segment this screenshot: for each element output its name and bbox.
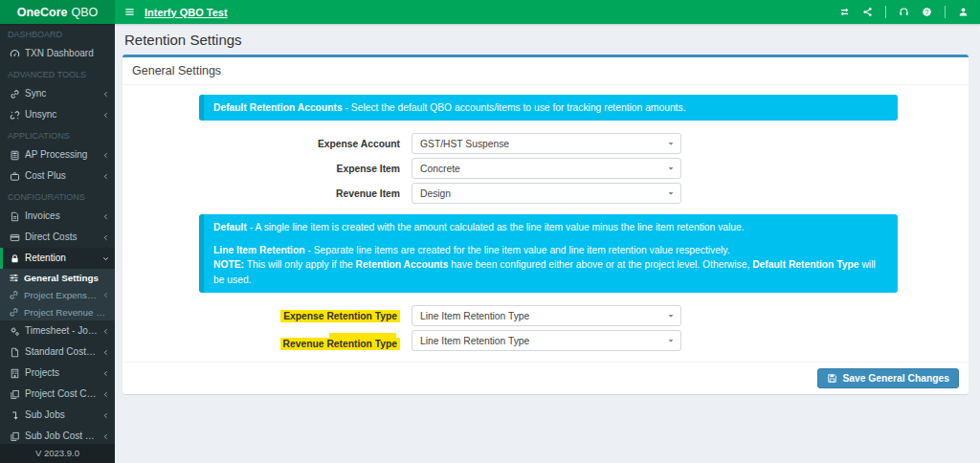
field-label-revenue-retention-type: Revenue Retention Type: [132, 333, 412, 349]
sidebar-item-standard-cost-codes[interactable]: Standard Cost Codes: [0, 342, 115, 363]
exchange-button[interactable]: [839, 7, 850, 17]
selected-value: Design: [420, 188, 451, 199]
highlight-mark: [329, 333, 396, 338]
sidebar-item-label: Projects: [25, 367, 98, 379]
card-title: General Settings: [122, 57, 969, 85]
caret-down-icon: [666, 311, 676, 320]
headset-button[interactable]: [899, 7, 909, 17]
chevron-left-icon: [102, 234, 109, 241]
sidebar-section-header: DASHBOARD: [0, 24, 115, 43]
select-expense-item[interactable]: Concrete: [412, 158, 681, 179]
callout-text: This will only apply if the: [244, 259, 356, 270]
sidebar-item-retention[interactable]: Retention: [0, 248, 115, 269]
sidebar-item-timesheet-job-costings[interactable]: Timesheet - Job Costings: [0, 320, 115, 342]
gauge-icon: [10, 49, 20, 59]
sidebar-item-label: Sub Job Cost Codes: [25, 430, 98, 442]
briefcase-icon: [10, 171, 20, 182]
callout-text-line: Default - A single line item is created …: [213, 220, 888, 234]
chevron-left-icon: [102, 292, 109, 298]
lock-icon: [10, 254, 20, 264]
chevron-left-icon: [102, 412, 109, 419]
separator: [945, 6, 946, 18]
form-row: Expense AccountGST/HST Suspense: [132, 133, 959, 154]
app-logo[interactable]: OneCore QBO: [0, 0, 115, 24]
chevron-left-icon: [102, 391, 109, 398]
separator: [885, 6, 886, 18]
field-label-expense-retention-type: Expense Retention Type: [132, 311, 412, 321]
callout-text: - Select the default QBO accounts/items …: [343, 102, 686, 113]
sidebar-submenu: General SettingsProject Expense Retentio…: [0, 269, 115, 320]
sidebar-item-label: Sub Jobs: [25, 409, 98, 421]
top-navbar: OneCore QBO Interfy QBO Test: [0, 0, 980, 24]
app-version: V 2023.9.0: [0, 444, 115, 463]
sidebar-item-ap-processing[interactable]: AP Processing: [0, 144, 115, 165]
sidebar-item-label: General Settings: [24, 273, 109, 283]
help-icon: [922, 7, 932, 17]
sidebar-section-header: CONFIGURATIONS: [0, 187, 115, 206]
user-button[interactable]: [958, 7, 969, 17]
sidebar-item-invoices[interactable]: Invoices: [0, 206, 115, 227]
sidebar-toggle-button[interactable]: [115, 0, 145, 24]
sidebar: DASHBOARDTXN DashboardADVANCED TOOLSSync…: [0, 24, 115, 463]
selected-value: GST/HST Suspense: [420, 139, 509, 149]
save-button-label: Save General Changes: [842, 373, 949, 384]
file-icon: [10, 347, 20, 358]
callout-text: - A single line item is created with the…: [247, 222, 745, 232]
content-header: Retention Settings: [115, 24, 980, 55]
field-label-text: Expense Retention Type: [280, 310, 400, 322]
sidebar-item-sub-jobs[interactable]: Sub Jobs: [0, 405, 115, 426]
share-nodes-button[interactable]: [862, 7, 873, 17]
sidebar-item-label: Direct Costs: [25, 232, 98, 243]
sidebar-subitem-project-expense-retention[interactable]: Project Expense Retention: [0, 286, 115, 303]
menu-icon: [124, 7, 135, 17]
sidebar-item-unsync[interactable]: Unsync: [0, 104, 115, 125]
sidebar-item-txn-dashboard[interactable]: TXN Dashboard: [0, 43, 115, 64]
select-revenue-item[interactable]: Design: [412, 183, 681, 204]
sidebar-item-label: Project Cost Codes: [25, 388, 98, 400]
save-general-changes-button[interactable]: Save General Changes: [817, 368, 959, 388]
chevron-left-icon: [102, 370, 109, 377]
retention-type-fields: Expense Retention TypeLine Item Retentio…: [132, 305, 959, 351]
sidebar-subitem-general-settings[interactable]: General Settings: [0, 269, 115, 286]
selected-value: Concrete: [420, 164, 460, 174]
sidebar-item-sync[interactable]: Sync: [0, 83, 115, 104]
callout-bold-text: NOTE:: [213, 259, 244, 270]
building-icon: [10, 368, 20, 379]
general-settings-card: General Settings Default Retention Accou…: [122, 55, 969, 394]
caret-down-icon: [666, 188, 676, 198]
sidebar-item-project-cost-codes[interactable]: Project Cost Codes: [0, 384, 115, 405]
sidebar-item-label: Standard Cost Codes: [25, 346, 98, 358]
page-title: Retention Settings: [124, 32, 970, 48]
callout-text-line: NOTE: This will only apply if the Retent…: [213, 257, 888, 287]
logo-text-bold: OneCore: [17, 6, 68, 19]
sidebar-section-header: ADVANCED TOOLS: [0, 64, 115, 83]
sidebar-item-label: AP Processing: [25, 149, 98, 161]
callout-bold-text: Line Item Retention: [213, 245, 305, 255]
sidebar-item-label: TXN Dashboard: [25, 48, 109, 59]
form-row: Expense Retention TypeLine Item Retentio…: [132, 305, 959, 326]
card-body: Default Retention Accounts - Select the …: [122, 85, 969, 351]
select-expense-retention-type[interactable]: Line Item Retention Type: [412, 305, 681, 326]
chevron-down-icon: [102, 255, 109, 262]
help-button[interactable]: [922, 7, 932, 17]
select-revenue-retention-type[interactable]: Line Item Retention Type: [412, 330, 681, 351]
callout-text-line: Default Retention Accounts - Select the …: [213, 100, 888, 115]
logo-text-light: QBO: [72, 6, 99, 19]
sidebar-item-label: Invoices: [25, 210, 98, 222]
form-row: Revenue Retention TypeLine Item Retentio…: [132, 330, 959, 351]
sidebar-subitem-project-revenue-retention[interactable]: Project Revenue Retention: [0, 303, 115, 320]
sidebar-item-direct-costs[interactable]: Direct Costs: [0, 227, 115, 248]
caret-down-icon: [666, 164, 676, 173]
selected-value: Line Item Retention Type: [420, 336, 529, 346]
company-link[interactable]: Interfy QBO Test: [145, 7, 228, 18]
caret-down-icon: [666, 139, 676, 148]
field-label-text: Expense Account: [318, 139, 400, 149]
select-expense-account[interactable]: GST/HST Suspense: [412, 133, 681, 154]
card-footer: Save General Changes: [122, 362, 969, 394]
link-icon: [9, 290, 19, 300]
callout-text-line: Line Item Retention - Separate line item…: [213, 243, 888, 257]
chevron-left-icon: [102, 91, 109, 98]
sidebar-item-cost-plus[interactable]: Cost Plus: [0, 165, 115, 187]
callout-bold-text: Default Retention Type: [752, 259, 858, 270]
sidebar-item-projects[interactable]: Projects: [0, 363, 115, 384]
